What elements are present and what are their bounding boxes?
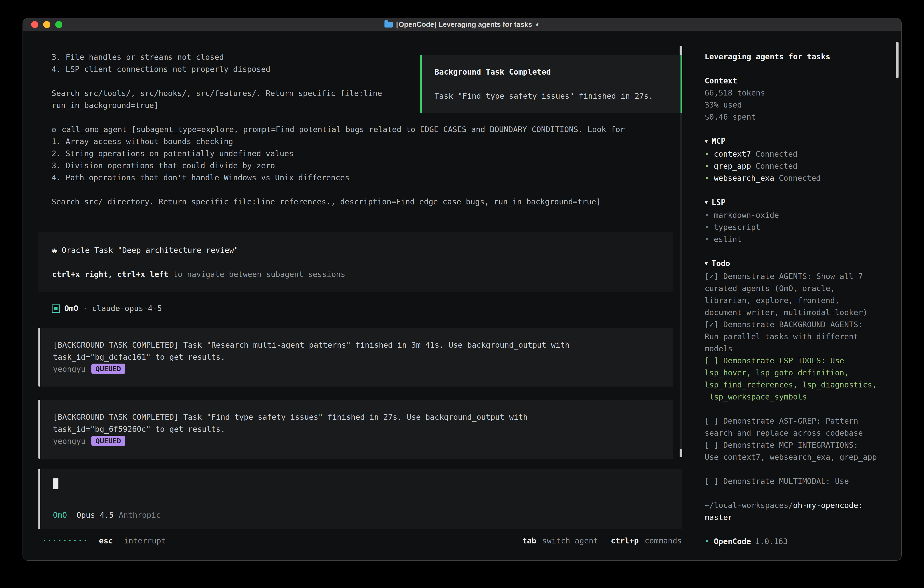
lsp-item-typescript: •typescript [705,221,889,233]
lsp-section-heading[interactable]: ▼LSP [705,196,889,209]
mcp-item-name: websearch_exa [714,173,774,183]
lsp-item-eslint: •eslint [705,233,889,245]
bullet-icon: • [705,223,709,232]
main-scrollbar-thumb-bottom[interactable] [680,449,682,457]
task-message-meta: yeongyuQUEUED [53,435,660,447]
workspace-path-row: ~/local-workspaces/oh-my-opencode: [705,499,889,511]
tab-key-hint: tab [522,535,536,547]
lsp-item-name: eslint [714,235,742,244]
bullet-icon: • [705,235,709,244]
minimize-button[interactable] [43,21,50,28]
bullet-icon: • [705,537,709,546]
tab-key-label: switch agent [542,535,598,547]
todo-section-heading[interactable]: ▼Todo [705,258,889,270]
input-meta-row: OmO Opus 4.5 Anthropic [53,509,669,521]
oracle-hint-text: to navigate between subagent sessions [168,270,345,279]
session-sidebar[interactable]: Leveraging agents for tasks Context 66,5… [695,31,901,560]
session-main-pane[interactable]: 3. File handles or streams not closed 4.… [23,31,695,560]
busy-spinner-icon: ◐ [536,21,540,28]
oracle-hint-keys: ctrl+x right, ctrl+x left [52,270,168,279]
task-message-text: [BACKGROUND TASK COMPLETED] Task "Resear… [53,339,660,363]
agent-icon [52,304,60,313]
lsp-heading-label: LSP [711,198,725,207]
sidebar-scrollbar-thumb[interactable] [896,41,899,78]
bullet-icon: • [705,211,709,220]
agent-model-separator: · [83,302,87,314]
chevron-down-icon: ▼ [705,197,708,208]
workspace-section: ~/local-workspaces/oh-my-opencode: maste… [705,499,889,524]
text-cursor [53,478,58,489]
status-bar: ········· esc interrupt tab switch agent… [23,535,695,547]
oracle-task-title-row: ◉Oracle Task "Deep architecture review" [52,244,659,256]
oracle-navigation-hint: ctrl+x right, ctrl+x left to navigate be… [52,268,659,280]
status-bullet-icon: • [705,173,709,183]
agent-header: OmO · claude-opus-4-5 [52,302,695,314]
zoom-button[interactable] [55,21,62,28]
mcp-heading-label: MCP [711,136,725,145]
queued-badge: QUEUED [91,363,125,374]
mcp-item-grep-app: •grep_appConnected [705,160,889,172]
agent-name: OmO [64,302,78,314]
mcp-section-heading[interactable]: ▼MCP [705,135,889,148]
window-titlebar[interactable]: [OpenCode] Leveraging agents for tasks ◐ [23,18,901,31]
mcp-item-name: grep_app [714,162,751,170]
status-bullet-icon: • [705,149,709,159]
mcp-section: ▼MCP •context7Connected •grep_appConnect… [705,135,889,184]
status-bar-left: ········· esc interrupt [42,535,166,547]
window-content: 3. File handles or streams not closed 4.… [23,31,901,560]
toast-body: Task "Find type safety issues" finished … [434,90,668,102]
mcp-item-websearch-exa: •websearch_exaConnected [705,172,889,184]
oracle-task-panel: ◉Oracle Task "Deep architecture review" … [38,232,673,292]
workspace-path-prefix: ~/local-workspaces/ [705,501,793,510]
input-agent-name: OmO [53,509,67,521]
context-used: 33% used [705,99,889,111]
queued-badge: QUEUED [91,436,125,446]
esc-key-hint: esc [99,535,113,547]
prompt-input[interactable]: OmO Opus 4.5 Anthropic [38,469,682,529]
workspace-repo: oh-my-opencode: [793,501,863,510]
todo-section: ▼Todo [✓] Demonstrate AGENTS: Show all 7… [705,258,889,487]
commands-key-hint: ctrl+p [611,535,639,547]
toast-notification: Background Task Completed Task "Find typ… [420,55,682,113]
todo-item-multimodal: [ ] Demonstrate MULTIMODAL: Use [705,475,889,487]
status-bullet-icon: • [705,162,709,170]
task-author: yeongyu [53,436,86,446]
folder-icon [384,22,393,28]
task-message-text: [BACKGROUND TASK COMPLETED] Task "Find t… [53,411,660,435]
task-message-meta: yeongyuQUEUED [53,363,660,375]
tool-call-block: ⚙call_omo_agent [subagent_type=explore, … [52,124,695,208]
window-title-text: [OpenCode] Leveraging agents for tasks [396,20,532,29]
status-bar-right: tab switch agent ctrl+p commands [522,535,682,547]
workspace-branch: master [705,511,889,524]
traffic-lights [31,21,62,28]
task-author: yeongyu [53,365,86,373]
window-title: [OpenCode] Leveraging agents for tasks ◐ [384,20,540,29]
input-model-name: Opus 4.5 [76,509,114,521]
todo-item-mcp-integrations: [ ] Demonstrate MCP INTEGRATIONS: Use co… [705,439,889,463]
context-spent: $0.46 spent [705,111,889,123]
lsp-item-name: typescript [714,223,760,232]
mcp-item-status: Connected [756,162,797,170]
todo-item-ast-grep: [ ] Demonstrate AST-GREP: Pattern search… [705,415,889,439]
mcp-item-status: Connected [779,173,821,183]
lsp-item-name: markdown-oxide [714,211,779,220]
app-version: 1.0.163 [755,537,787,546]
context-tokens: 66,518 tokens [705,87,889,99]
app-name: OpenCode [714,537,751,546]
spinner-dots-icon: ········· [42,535,88,547]
close-button[interactable] [31,21,38,28]
input-provider-name: Anthropic [119,509,160,521]
app-version-footer: •OpenCode1.0.163 [705,535,889,548]
mcp-item-name: context7 [714,149,751,159]
todo-item-agents: [✓] Demonstrate AGENTS: Show all 7 curat… [705,270,889,319]
context-section: Context 66,518 tokens 33% used $0.46 spe… [705,75,889,123]
record-circle-icon: ◉ [52,246,57,255]
gear-icon: ⚙ [52,124,62,135]
background-task-message-1: [BACKGROUND TASK COMPLETED] Task "Resear… [38,328,673,386]
context-heading: Context [705,75,889,87]
terminal-window: [OpenCode] Leveraging agents for tasks ◐… [23,18,902,561]
todo-item-lsp-tools: [ ] Demonstrate LSP TOOLS: Use lsp_hover… [705,355,889,403]
mcp-item-context7: •context7Connected [705,148,889,160]
session-title: Leveraging agents for tasks [705,51,889,63]
background-task-message-2: [BACKGROUND TASK COMPLETED] Task "Find t… [38,400,673,459]
